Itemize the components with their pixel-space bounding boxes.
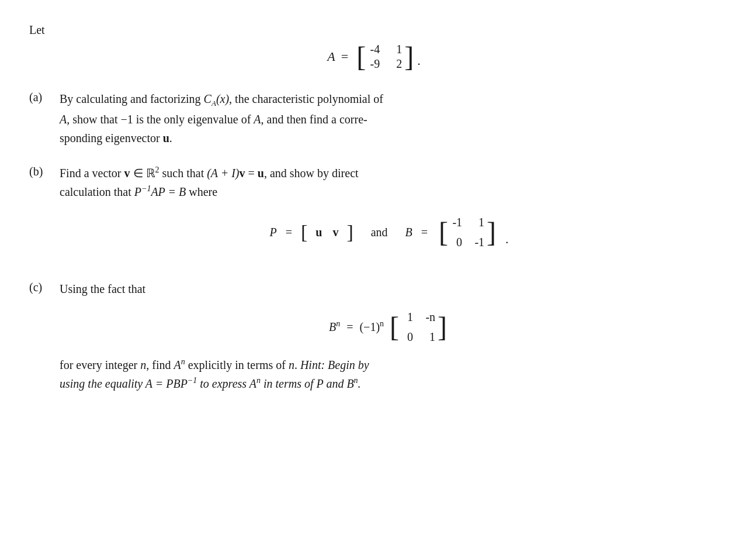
part-b-formula-line: P = [ u v ] and B = [ -1 1 [60, 213, 719, 251]
part-a-text8: . [169, 132, 172, 144]
part-c-hint5: in terms of [261, 377, 317, 390]
part-b-text8: where [186, 185, 217, 198]
P-bracket-close: ] [346, 216, 353, 248]
part-c-P: P [317, 377, 324, 390]
and-word: and [371, 223, 388, 242]
matrix-Bn-wrapper: [ 1 -n 0 1 ] [390, 308, 447, 346]
part-a-bold-u: u [163, 132, 169, 144]
P-eq: = [283, 223, 295, 242]
Bn-lhs: Bn [329, 318, 340, 336]
part-b-label: (b) [29, 164, 50, 178]
part-a-section: (a) By calculating and factorizing CA(x)… [29, 89, 719, 147]
matrix-A-grid: -4 1 -9 2 [368, 43, 402, 71]
part-c-text4: explicitly in terms of [185, 358, 289, 371]
cell-b11: -1 [450, 213, 462, 232]
part-b-bold-v: v [124, 167, 130, 180]
part-c-n: n [140, 358, 146, 371]
Bn-right-bracket: ] [438, 313, 447, 341]
cell-bn11: 1 [401, 308, 413, 326]
part-a-text4: , show that −1 is the only eigenvalue of [67, 113, 254, 126]
Bn-eq: = [344, 318, 356, 336]
cell-b12: 1 [473, 213, 484, 232]
matrix-B-grid: -1 1 0 -1 [450, 213, 484, 251]
page-content: Let A = [ -4 1 -9 2 ] . (a) By calculati… [29, 23, 719, 393]
P-formula-part: P = [ u v ] [269, 216, 353, 248]
part-a-text1: By calculating and factorizing [60, 92, 204, 105]
period-A: . [417, 53, 421, 71]
matrix-A-equation: A = [ -4 1 -9 2 ] . [29, 43, 719, 71]
part-b-section: (b) Find a vector v ∈ ℝ2 such that (A + … [29, 164, 719, 263]
part-c-A-eq: A [145, 377, 152, 390]
part-c-PBP: PBP−1 [166, 377, 197, 390]
part-a-content: By calculating and factorizing CA(x), th… [60, 89, 719, 147]
part-c-An2: An [249, 377, 261, 390]
part-c-text2: for every integer [60, 358, 140, 371]
ca-label: CA(x) [204, 92, 230, 105]
part-c-An: An [174, 358, 185, 371]
matrix-B-wrapper: [ -1 1 0 -1 ] [439, 213, 496, 251]
B-right-bracket: ] [487, 218, 496, 246]
part-b-bold-u2: u [258, 167, 264, 180]
part-b-sup2: 2 [155, 165, 159, 174]
cell-a12: 1 [390, 43, 402, 56]
part-a-text6: , and then find a corre- [261, 113, 367, 126]
part-c-hint2: using the equality [60, 377, 145, 390]
B-label: B [405, 223, 412, 242]
part-c-bottom-text: for every integer n, find An explicitly … [60, 356, 719, 393]
part-c-content: Using the fact that Bn = (−1)n [ 1 -n 0 … [60, 280, 719, 393]
cell-a11: -4 [368, 43, 380, 56]
P-label: P [269, 223, 276, 242]
P-u: u [315, 223, 322, 242]
B-eq-sign: = [418, 223, 431, 242]
matrix-Bn-grid: 1 -n 0 1 [401, 308, 435, 346]
cell-bn12: -n [424, 308, 435, 326]
part-c-Bn: Bn [346, 377, 358, 390]
period-B: . [505, 229, 509, 251]
part-a-text7: sponding eigenvector [60, 132, 163, 144]
part-b-text4: = [245, 167, 258, 180]
cell-a22: 2 [390, 57, 402, 71]
let-label: Let [29, 23, 719, 37]
right-bracket: ] [404, 43, 414, 71]
B-formula-part: B = [ -1 1 0 -1 ] . [405, 213, 509, 251]
part-c-hint6: and [323, 377, 346, 390]
part-b-content: Find a vector v ∈ ℝ2 such that (A + I)v … [60, 164, 719, 263]
left-bracket: [ [356, 43, 366, 71]
Bn-sup: n [336, 319, 340, 328]
P-v: v [332, 223, 338, 242]
B-left-bracket: [ [439, 218, 448, 246]
part-b-text2: ∈ ℝ [130, 167, 155, 180]
part-c-n2: n [289, 358, 294, 371]
part-a-A2: A [254, 113, 261, 126]
part-a-label: (a) [29, 89, 50, 104]
part-a-text2: , the characteristic polynomial of [229, 92, 383, 105]
cell-a21: -9 [368, 57, 380, 71]
part-c-hint: Hint: Begin by [300, 358, 369, 371]
Bn-left-bracket: [ [390, 313, 399, 341]
cell-bn21: 0 [401, 327, 413, 346]
part-c-text1: Using the fact that [60, 280, 719, 298]
P-bracket-open: [ [301, 216, 307, 248]
part-b-bold-v2: v [240, 167, 245, 180]
part-a-A: A [60, 113, 67, 126]
part-b-text3: such that [159, 167, 207, 180]
let-section: Let A = [ -4 1 -9 2 ] . [29, 23, 719, 71]
part-c-hint4: to express [197, 377, 249, 390]
cell-bn22: 1 [424, 327, 435, 346]
part-b-line1: Find a vector v ∈ ℝ2 such that (A + I)v … [60, 164, 719, 182]
matrix-A-wrapper: [ -4 1 -9 2 ] [356, 43, 414, 71]
part-c-period: . [358, 377, 361, 390]
part-b-text6: calculation that [60, 185, 134, 198]
Bn-base: (−1)n [359, 318, 384, 336]
part-b-formula: (A + I) [207, 167, 239, 180]
part-c-text3: , find [146, 358, 174, 371]
part-c-label: (c) [29, 280, 50, 294]
cell-b22: -1 [473, 233, 484, 251]
cell-b21: 0 [450, 233, 462, 251]
part-b-text5: , and show by direct [264, 167, 359, 180]
part-c-section: (c) Using the fact that Bn = (−1)n [ 1 -… [29, 280, 719, 393]
part-b-text1: Find a vector [60, 167, 124, 180]
part-b-Pinv: P−1AP = B [134, 185, 186, 198]
part-b-line2: calculation that P−1AP = B where [60, 182, 719, 201]
part-c-hint3: = [152, 377, 167, 390]
